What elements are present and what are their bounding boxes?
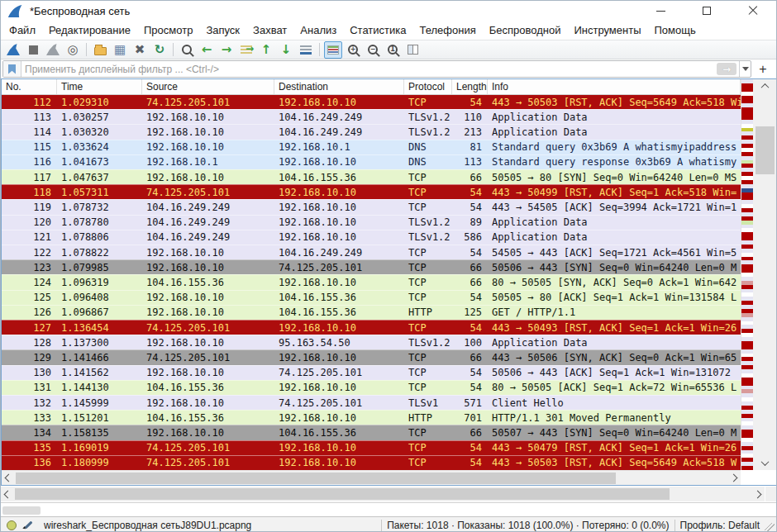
cell-src: 192.168.10.10 bbox=[142, 172, 274, 183]
packet-list-hscrollbar[interactable] bbox=[2, 470, 741, 485]
table-row[interactable]: 1151.033624192.168.10.10192.168.10.1DNS8… bbox=[2, 140, 741, 154]
zoom-out-icon[interactable]: − bbox=[364, 41, 382, 59]
table-row[interactable]: 1191.078732104.16.249.249192.168.10.10TC… bbox=[2, 199, 741, 214]
hscroll-thumb[interactable] bbox=[15, 488, 670, 500]
menu-item[interactable]: Просмотр bbox=[137, 21, 199, 39]
cell-info: 80 → 50505 [SYN, ACK] Seq=0 Ack=1 Win=64… bbox=[488, 277, 741, 288]
table-row[interactable]: 1301.141562192.168.10.1074.125.205.101TC… bbox=[2, 365, 741, 380]
zoom-original-icon[interactable]: 1 bbox=[384, 41, 402, 59]
collapsed-pane bbox=[1, 502, 776, 516]
table-row[interactable]: 1251.096408192.168.10.10104.16.155.36TCP… bbox=[2, 290, 741, 305]
cell-proto: TCP bbox=[404, 367, 452, 378]
table-row[interactable]: 1221.078822192.168.10.10104.16.249.249TC… bbox=[2, 245, 741, 259]
display-filter-input[interactable] bbox=[21, 62, 717, 76]
table-row[interactable]: 1181.05731174.125.205.101192.168.10.10TC… bbox=[2, 184, 741, 199]
menu-item[interactable]: Помощь bbox=[648, 21, 703, 39]
filter-bookmark-button[interactable] bbox=[3, 61, 21, 77]
restart-capture-icon[interactable] bbox=[44, 41, 62, 59]
table-row[interactable]: 1261.096867192.168.10.10104.16.155.36HTT… bbox=[2, 305, 741, 320]
menu-item[interactable]: Статистика bbox=[343, 21, 412, 39]
menu-item[interactable]: Телефония bbox=[412, 21, 482, 39]
open-file-glyph bbox=[94, 47, 107, 55]
table-row[interactable]: 1241.096319104.16.155.36192.168.10.10TCP… bbox=[2, 274, 741, 289]
scroll-up-button[interactable] bbox=[753, 79, 777, 93]
hscroll-track[interactable] bbox=[16, 471, 741, 485]
vertical-scrollbar[interactable] bbox=[753, 79, 777, 470]
cell-no: 116 bbox=[2, 156, 57, 168]
maximize-button[interactable] bbox=[684, 1, 730, 21]
reload-file-icon[interactable]: ↻ bbox=[150, 41, 169, 59]
go-forward-icon[interactable]: → bbox=[217, 41, 236, 59]
table-row[interactable]: 1291.14146674.125.205.101192.168.10.10TC… bbox=[2, 349, 741, 364]
table-row[interactable]: 1171.047637192.168.10.10104.16.155.36TCP… bbox=[2, 169, 741, 184]
column-header-destination[interactable]: Destination bbox=[274, 79, 404, 94]
go-back-icon[interactable]: ← bbox=[198, 41, 216, 59]
scroll-right-button[interactable] bbox=[751, 487, 765, 501]
hscroll-thumb[interactable] bbox=[16, 473, 616, 484]
add-filter-button[interactable]: + bbox=[755, 61, 771, 77]
profile-label[interactable]: Профиль: Default bbox=[680, 520, 760, 531]
zoom-in-icon[interactable]: + bbox=[344, 41, 362, 59]
cell-src: 104.16.249.249 bbox=[142, 231, 274, 243]
close-file-icon[interactable]: ✖ bbox=[131, 41, 149, 59]
table-row[interactable]: 1231.079985192.168.10.1074.125.205.101TC… bbox=[2, 259, 741, 274]
table-row[interactable]: 1341.158135192.168.10.10104.16.155.36TCP… bbox=[2, 425, 741, 439]
vertical-scroll-thumb[interactable] bbox=[756, 126, 775, 174]
pane-scroll-nub[interactable] bbox=[2, 506, 41, 515]
scroll-down-button[interactable] bbox=[753, 456, 777, 470]
table-row[interactable]: 1121.02931074.125.205.101192.168.10.10TC… bbox=[2, 95, 741, 109]
save-file-icon[interactable]: ▦ bbox=[111, 41, 129, 59]
vertical-scroll-track[interactable] bbox=[753, 93, 777, 456]
column-header-no[interactable]: No. bbox=[2, 79, 57, 94]
scroll-right-button[interactable] bbox=[727, 471, 741, 485]
packet-list-minimap[interactable] bbox=[741, 79, 753, 470]
table-row[interactable]: 1361.18099974.125.205.101192.168.10.10TC… bbox=[2, 455, 741, 470]
open-file-icon[interactable] bbox=[91, 41, 109, 59]
auto-scroll-icon[interactable] bbox=[297, 41, 315, 59]
column-header-source[interactable]: Source bbox=[142, 79, 274, 94]
column-header-length[interactable]: Length bbox=[452, 79, 488, 94]
scroll-left-button[interactable] bbox=[2, 471, 16, 485]
menu-item[interactable]: Беспроводной bbox=[483, 21, 568, 39]
resize-grip[interactable] bbox=[765, 523, 775, 532]
scroll-left-button[interactable] bbox=[1, 487, 15, 501]
close-button[interactable] bbox=[730, 1, 776, 21]
column-header-protocol[interactable]: Protocol bbox=[404, 79, 452, 94]
column-header-time[interactable]: Time bbox=[57, 79, 142, 94]
menu-item[interactable]: Файл bbox=[2, 21, 42, 39]
filter-history-dropdown[interactable] bbox=[739, 61, 751, 77]
table-row[interactable]: 1131.030257192.168.10.10104.16.249.249TL… bbox=[2, 109, 741, 124]
menu-item[interactable]: Редактирование bbox=[42, 21, 137, 39]
table-row[interactable]: 1281.137300192.168.10.1095.163.54.50TLSv… bbox=[2, 335, 741, 349]
menu-item[interactable]: Захват bbox=[246, 21, 293, 39]
table-row[interactable]: 1351.16901974.125.205.101192.168.10.10TC… bbox=[2, 440, 741, 455]
menu-item[interactable]: Анализ bbox=[293, 21, 343, 39]
colorize-packets-icon[interactable] bbox=[324, 41, 342, 59]
table-row[interactable]: 1331.151201104.16.155.36192.168.10.10HTT… bbox=[2, 410, 741, 425]
table-row[interactable]: 1161.041673192.168.10.1192.168.10.10DNS1… bbox=[2, 154, 741, 169]
column-header-info[interactable]: Info bbox=[488, 79, 741, 94]
capture-options-icon[interactable]: ◎ bbox=[64, 41, 82, 59]
apply-filter-button[interactable]: → bbox=[717, 63, 736, 75]
table-row[interactable]: 1211.078806104.16.249.249192.168.10.10TL… bbox=[2, 230, 741, 245]
go-to-packet-icon[interactable] bbox=[237, 41, 255, 59]
resize-columns-icon[interactable] bbox=[403, 41, 422, 59]
menu-item[interactable]: Запуск bbox=[199, 21, 246, 39]
menu-item[interactable]: Инструменты bbox=[567, 21, 647, 39]
go-last-icon[interactable]: ↓ bbox=[277, 41, 295, 59]
table-row[interactable]: 1271.13645474.125.205.101192.168.10.10TC… bbox=[2, 320, 741, 335]
minimize-button[interactable] bbox=[637, 1, 684, 21]
go-first-icon[interactable]: ↑ bbox=[257, 41, 275, 59]
stop-capture-icon[interactable] bbox=[24, 41, 42, 59]
table-row[interactable]: 1201.078780104.16.249.249192.168.10.10TL… bbox=[2, 215, 741, 230]
find-packet-icon[interactable] bbox=[178, 41, 196, 59]
window-hscrollbar[interactable] bbox=[1, 487, 765, 501]
hscroll-track[interactable] bbox=[15, 487, 751, 501]
capture-comment-icon[interactable] bbox=[23, 520, 34, 530]
cell-len: 54 bbox=[452, 457, 488, 468]
start-capture-icon[interactable] bbox=[4, 41, 22, 59]
table-row[interactable]: 1141.030320192.168.10.10104.16.249.249TL… bbox=[2, 124, 741, 139]
table-row[interactable]: 1321.145999192.168.10.1074.125.205.101TL… bbox=[2, 395, 741, 410]
table-row[interactable]: 1311.144130104.16.155.36192.168.10.10TCP… bbox=[2, 380, 741, 395]
expert-info-icon[interactable] bbox=[7, 520, 17, 530]
